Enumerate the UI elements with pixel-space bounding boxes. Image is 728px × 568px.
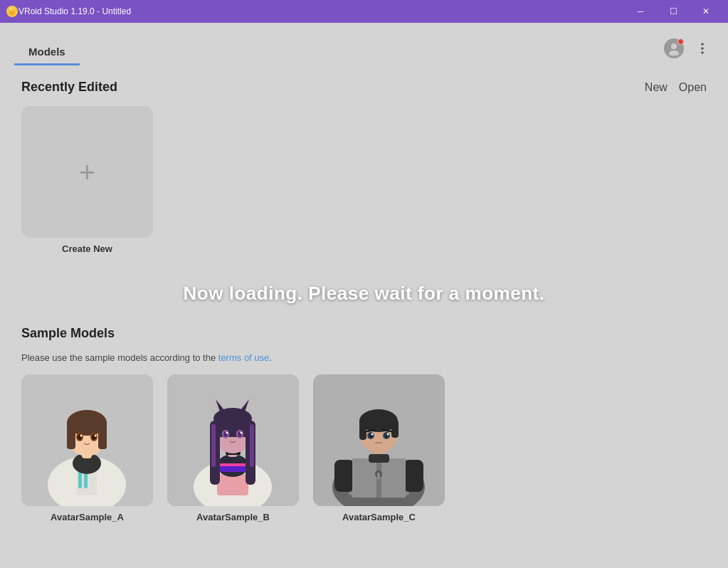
avatar-sample-c-card[interactable]: AvatarSample_C (313, 374, 445, 522)
svg-rect-55 (352, 458, 366, 498)
svg-rect-54 (403, 460, 423, 492)
avatar-sample-a-thumb[interactable] (21, 374, 153, 506)
svg-rect-59 (377, 473, 380, 480)
sample-models-header: Sample Models (21, 326, 707, 341)
app-logo-icon (6, 5, 19, 18)
avatar-b-illustration (167, 374, 299, 506)
sample-models-title: Sample Models (21, 326, 115, 341)
avatar-sample-c-label: AvatarSample_C (342, 512, 416, 522)
svg-point-70 (371, 433, 374, 436)
svg-rect-32 (218, 463, 247, 466)
svg-rect-39 (211, 424, 216, 467)
sample-models-description: Please use the sample models according t… (21, 352, 707, 363)
recently-edited-actions: New Open (645, 81, 707, 94)
svg-rect-29 (217, 474, 248, 495)
loading-area: Now loading. Please wait for a moment. (21, 268, 707, 319)
svg-point-3 (10, 8, 11, 10)
avatar-sample-a-card[interactable]: AvatarSample_A (21, 374, 153, 522)
sample-models-grid: AvatarSample_A (21, 374, 707, 522)
plus-icon: + (79, 158, 95, 186)
avatar-sample-a-label: AvatarSample_A (51, 512, 124, 522)
svg-point-6 (701, 43, 704, 46)
svg-point-4 (671, 43, 677, 49)
models-grid: + Create New (21, 106, 707, 254)
svg-point-46 (226, 432, 228, 434)
recently-edited-title: Recently Edited (21, 80, 117, 95)
svg-rect-40 (250, 424, 254, 467)
avatar-a-illustration (21, 374, 153, 506)
new-button[interactable]: New (645, 81, 668, 94)
recently-edited-header: Recently Edited New Open (21, 80, 707, 95)
svg-point-25 (80, 435, 83, 437)
window-controls: ─ ☐ ✕ (624, 0, 722, 23)
notification-dot (677, 38, 684, 45)
open-button[interactable]: Open (679, 81, 707, 94)
avatar-c-illustration (313, 374, 445, 506)
svg-point-71 (387, 433, 389, 436)
avatar-sample-b-thumb[interactable] (167, 374, 299, 506)
nav-tabs: Models (14, 40, 80, 65)
svg-point-20 (68, 417, 105, 434)
svg-point-5 (669, 51, 679, 56)
more-options-button[interactable] (691, 37, 714, 60)
top-navigation: Models (0, 23, 728, 65)
svg-rect-56 (391, 458, 406, 498)
sample-models-section: Sample Models Please use the sample mode… (21, 326, 707, 522)
svg-rect-41 (216, 423, 250, 437)
dots-vertical-icon (695, 41, 709, 56)
titlebar: VRoid Studio 1.19.0 - Untitled ─ ☐ ✕ (0, 0, 728, 23)
loading-text: Now loading. Please wait for a moment. (183, 283, 544, 304)
avatar-sample-b-label: AvatarSample_B (196, 512, 270, 522)
window-title: VRoid Studio 1.19.0 - Untitled (19, 6, 624, 16)
minimize-button[interactable]: ─ (624, 0, 657, 23)
close-button[interactable]: ✕ (690, 0, 722, 23)
sample-desc-suffix: . (269, 352, 272, 363)
create-new-thumb[interactable]: + (21, 106, 153, 238)
tab-models[interactable]: Models (14, 40, 80, 65)
create-new-label: Create New (62, 243, 112, 254)
create-new-card[interactable]: + Create New (21, 106, 153, 254)
sample-desc-text: Please use the sample models according t… (21, 352, 218, 363)
main-content: Models (0, 23, 728, 568)
svg-rect-53 (334, 460, 354, 492)
svg-point-26 (95, 435, 97, 437)
terms-of-use-link[interactable]: terms of use (218, 352, 270, 363)
svg-point-7 (701, 47, 704, 50)
avatar-sample-c-thumb[interactable] (313, 374, 445, 506)
maximize-button[interactable]: ☐ (657, 0, 690, 23)
svg-rect-61 (369, 454, 389, 463)
svg-point-8 (701, 51, 704, 54)
svg-rect-65 (391, 420, 399, 438)
content-area: Recently Edited New Open + Create New No… (0, 65, 728, 568)
svg-point-47 (241, 432, 243, 434)
nav-actions (663, 37, 714, 65)
user-avatar-button[interactable] (663, 37, 685, 60)
avatar-sample-b-card[interactable]: AvatarSample_B (167, 374, 299, 522)
